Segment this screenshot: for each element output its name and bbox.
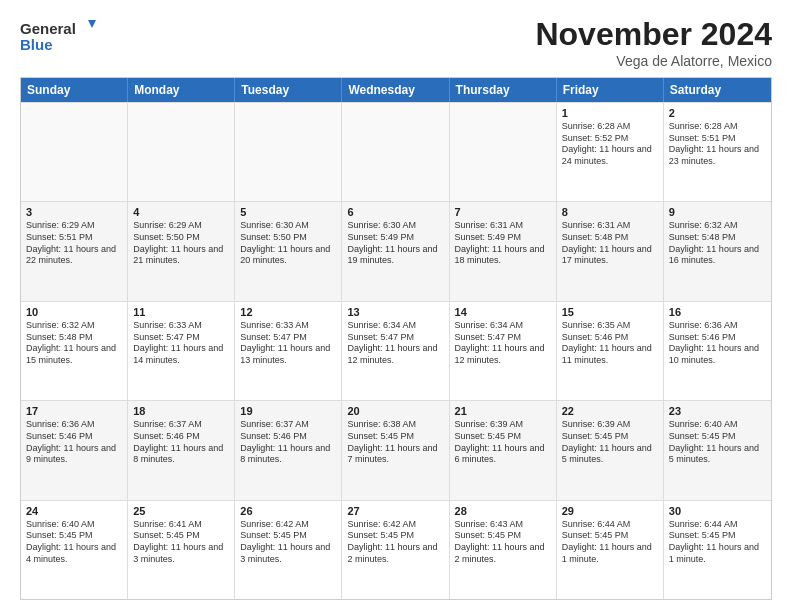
day-info: Sunrise: 6:28 AM Sunset: 5:52 PM Dayligh… xyxy=(562,121,658,168)
day-cell-2: 2Sunrise: 6:28 AM Sunset: 5:51 PM Daylig… xyxy=(664,103,771,201)
day-number: 19 xyxy=(240,405,336,417)
calendar-header: SundayMondayTuesdayWednesdayThursdayFrid… xyxy=(21,78,771,102)
day-info: Sunrise: 6:39 AM Sunset: 5:45 PM Dayligh… xyxy=(562,419,658,466)
day-number: 25 xyxy=(133,505,229,517)
day-cell-28: 28Sunrise: 6:43 AM Sunset: 5:45 PM Dayli… xyxy=(450,501,557,599)
day-info: Sunrise: 6:37 AM Sunset: 5:46 PM Dayligh… xyxy=(240,419,336,466)
day-cell-25: 25Sunrise: 6:41 AM Sunset: 5:45 PM Dayli… xyxy=(128,501,235,599)
day-info: Sunrise: 6:30 AM Sunset: 5:49 PM Dayligh… xyxy=(347,220,443,267)
day-info: Sunrise: 6:44 AM Sunset: 5:45 PM Dayligh… xyxy=(669,519,766,566)
empty-cell xyxy=(21,103,128,201)
day-number: 13 xyxy=(347,306,443,318)
day-info: Sunrise: 6:36 AM Sunset: 5:46 PM Dayligh… xyxy=(669,320,766,367)
day-info: Sunrise: 6:33 AM Sunset: 5:47 PM Dayligh… xyxy=(133,320,229,367)
day-cell-26: 26Sunrise: 6:42 AM Sunset: 5:45 PM Dayli… xyxy=(235,501,342,599)
day-number: 22 xyxy=(562,405,658,417)
day-info: Sunrise: 6:31 AM Sunset: 5:49 PM Dayligh… xyxy=(455,220,551,267)
day-info: Sunrise: 6:37 AM Sunset: 5:46 PM Dayligh… xyxy=(133,419,229,466)
day-info: Sunrise: 6:40 AM Sunset: 5:45 PM Dayligh… xyxy=(669,419,766,466)
logo-svg: General Blue xyxy=(20,16,100,60)
day-cell-17: 17Sunrise: 6:36 AM Sunset: 5:46 PM Dayli… xyxy=(21,401,128,499)
day-cell-19: 19Sunrise: 6:37 AM Sunset: 5:46 PM Dayli… xyxy=(235,401,342,499)
calendar-row-3: 17Sunrise: 6:36 AM Sunset: 5:46 PM Dayli… xyxy=(21,400,771,499)
svg-text:General: General xyxy=(20,20,76,37)
day-number: 9 xyxy=(669,206,766,218)
header-day-friday: Friday xyxy=(557,78,664,102)
header-day-monday: Monday xyxy=(128,78,235,102)
day-info: Sunrise: 6:42 AM Sunset: 5:45 PM Dayligh… xyxy=(240,519,336,566)
day-info: Sunrise: 6:34 AM Sunset: 5:47 PM Dayligh… xyxy=(455,320,551,367)
day-info: Sunrise: 6:30 AM Sunset: 5:50 PM Dayligh… xyxy=(240,220,336,267)
day-number: 4 xyxy=(133,206,229,218)
day-info: Sunrise: 6:42 AM Sunset: 5:45 PM Dayligh… xyxy=(347,519,443,566)
day-cell-3: 3Sunrise: 6:29 AM Sunset: 5:51 PM Daylig… xyxy=(21,202,128,300)
calendar-row-0: 1Sunrise: 6:28 AM Sunset: 5:52 PM Daylig… xyxy=(21,102,771,201)
day-cell-18: 18Sunrise: 6:37 AM Sunset: 5:46 PM Dayli… xyxy=(128,401,235,499)
day-info: Sunrise: 6:31 AM Sunset: 5:48 PM Dayligh… xyxy=(562,220,658,267)
empty-cell xyxy=(235,103,342,201)
day-cell-27: 27Sunrise: 6:42 AM Sunset: 5:45 PM Dayli… xyxy=(342,501,449,599)
day-cell-23: 23Sunrise: 6:40 AM Sunset: 5:45 PM Dayli… xyxy=(664,401,771,499)
day-info: Sunrise: 6:29 AM Sunset: 5:51 PM Dayligh… xyxy=(26,220,122,267)
day-info: Sunrise: 6:40 AM Sunset: 5:45 PM Dayligh… xyxy=(26,519,122,566)
calendar: SundayMondayTuesdayWednesdayThursdayFrid… xyxy=(20,77,772,600)
day-number: 12 xyxy=(240,306,336,318)
page-subtitle: Vega de Alatorre, Mexico xyxy=(535,53,772,69)
day-cell-22: 22Sunrise: 6:39 AM Sunset: 5:45 PM Dayli… xyxy=(557,401,664,499)
day-number: 17 xyxy=(26,405,122,417)
day-number: 24 xyxy=(26,505,122,517)
page-title: November 2024 xyxy=(535,16,772,53)
calendar-row-2: 10Sunrise: 6:32 AM Sunset: 5:48 PM Dayli… xyxy=(21,301,771,400)
day-cell-11: 11Sunrise: 6:33 AM Sunset: 5:47 PM Dayli… xyxy=(128,302,235,400)
day-info: Sunrise: 6:41 AM Sunset: 5:45 PM Dayligh… xyxy=(133,519,229,566)
svg-marker-2 xyxy=(88,20,96,28)
day-cell-24: 24Sunrise: 6:40 AM Sunset: 5:45 PM Dayli… xyxy=(21,501,128,599)
day-cell-9: 9Sunrise: 6:32 AM Sunset: 5:48 PM Daylig… xyxy=(664,202,771,300)
day-cell-29: 29Sunrise: 6:44 AM Sunset: 5:45 PM Dayli… xyxy=(557,501,664,599)
day-info: Sunrise: 6:44 AM Sunset: 5:45 PM Dayligh… xyxy=(562,519,658,566)
svg-text:Blue: Blue xyxy=(20,36,53,53)
header-day-wednesday: Wednesday xyxy=(342,78,449,102)
day-cell-30: 30Sunrise: 6:44 AM Sunset: 5:45 PM Dayli… xyxy=(664,501,771,599)
calendar-row-1: 3Sunrise: 6:29 AM Sunset: 5:51 PM Daylig… xyxy=(21,201,771,300)
day-number: 20 xyxy=(347,405,443,417)
header-day-sunday: Sunday xyxy=(21,78,128,102)
day-number: 7 xyxy=(455,206,551,218)
day-info: Sunrise: 6:35 AM Sunset: 5:46 PM Dayligh… xyxy=(562,320,658,367)
day-number: 18 xyxy=(133,405,229,417)
logo: General Blue xyxy=(20,16,100,60)
day-info: Sunrise: 6:32 AM Sunset: 5:48 PM Dayligh… xyxy=(669,220,766,267)
day-number: 8 xyxy=(562,206,658,218)
day-cell-14: 14Sunrise: 6:34 AM Sunset: 5:47 PM Dayli… xyxy=(450,302,557,400)
day-info: Sunrise: 6:43 AM Sunset: 5:45 PM Dayligh… xyxy=(455,519,551,566)
day-info: Sunrise: 6:34 AM Sunset: 5:47 PM Dayligh… xyxy=(347,320,443,367)
day-cell-10: 10Sunrise: 6:32 AM Sunset: 5:48 PM Dayli… xyxy=(21,302,128,400)
header-day-tuesday: Tuesday xyxy=(235,78,342,102)
day-info: Sunrise: 6:38 AM Sunset: 5:45 PM Dayligh… xyxy=(347,419,443,466)
day-info: Sunrise: 6:32 AM Sunset: 5:48 PM Dayligh… xyxy=(26,320,122,367)
day-number: 1 xyxy=(562,107,658,119)
empty-cell xyxy=(342,103,449,201)
day-number: 27 xyxy=(347,505,443,517)
day-info: Sunrise: 6:36 AM Sunset: 5:46 PM Dayligh… xyxy=(26,419,122,466)
day-number: 26 xyxy=(240,505,336,517)
day-cell-12: 12Sunrise: 6:33 AM Sunset: 5:47 PM Dayli… xyxy=(235,302,342,400)
day-number: 11 xyxy=(133,306,229,318)
day-info: Sunrise: 6:29 AM Sunset: 5:50 PM Dayligh… xyxy=(133,220,229,267)
day-info: Sunrise: 6:33 AM Sunset: 5:47 PM Dayligh… xyxy=(240,320,336,367)
day-number: 21 xyxy=(455,405,551,417)
day-number: 10 xyxy=(26,306,122,318)
day-number: 5 xyxy=(240,206,336,218)
day-number: 29 xyxy=(562,505,658,517)
day-number: 2 xyxy=(669,107,766,119)
day-cell-21: 21Sunrise: 6:39 AM Sunset: 5:45 PM Dayli… xyxy=(450,401,557,499)
empty-cell xyxy=(450,103,557,201)
day-number: 23 xyxy=(669,405,766,417)
day-cell-20: 20Sunrise: 6:38 AM Sunset: 5:45 PM Dayli… xyxy=(342,401,449,499)
page: General Blue November 2024 Vega de Alato… xyxy=(0,0,792,612)
day-cell-15: 15Sunrise: 6:35 AM Sunset: 5:46 PM Dayli… xyxy=(557,302,664,400)
calendar-row-4: 24Sunrise: 6:40 AM Sunset: 5:45 PM Dayli… xyxy=(21,500,771,599)
day-cell-16: 16Sunrise: 6:36 AM Sunset: 5:46 PM Dayli… xyxy=(664,302,771,400)
day-number: 15 xyxy=(562,306,658,318)
day-cell-8: 8Sunrise: 6:31 AM Sunset: 5:48 PM Daylig… xyxy=(557,202,664,300)
